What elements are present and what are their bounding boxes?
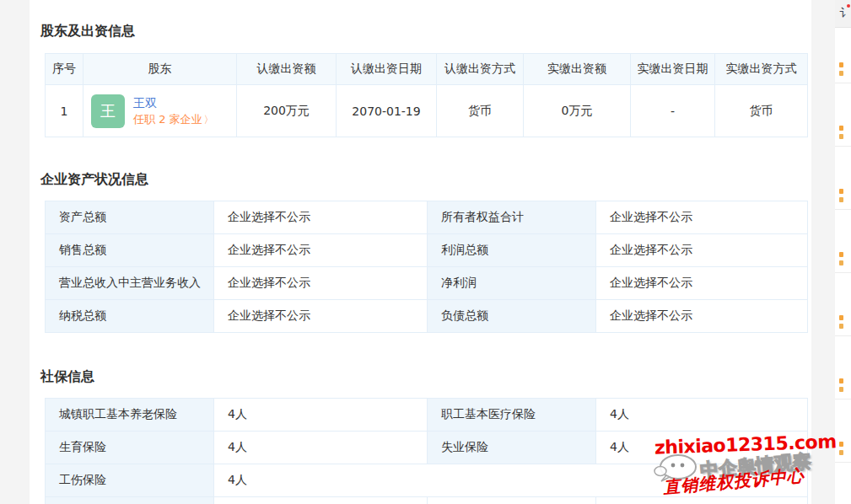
- asset-label: 资产总额: [46, 201, 214, 234]
- shareholder-name-link[interactable]: 王双: [133, 94, 214, 111]
- assets-table: 资产总额 企业选择不公示 所有者权益合计 企业选择不公示 销售总额 企业选择不公…: [45, 201, 808, 333]
- header-cell-shareholder: 股东: [83, 54, 237, 85]
- asset-value: 企业选择不公示: [596, 234, 808, 267]
- header-cell-paid-method: 实缴出资方式: [715, 54, 808, 85]
- asset-value: 企业选择不公示: [214, 201, 428, 234]
- social-row: 城镇职工基本养老保险 4人 职工基本医疗保险 4人: [46, 399, 808, 432]
- shareholder-avatar[interactable]: 王: [91, 94, 125, 128]
- rail-nav-item-icon[interactable]: [839, 62, 846, 76]
- asset-value: 企业选择不公示: [596, 267, 808, 300]
- asset-label: 利润总额: [428, 234, 596, 267]
- asset-value: 企业选择不公示: [596, 201, 808, 234]
- rail-divider: [835, 209, 851, 210]
- shareholder-jobs-link[interactable]: 任职 2 家企业〉: [133, 111, 214, 128]
- paid-method-cell: 货币: [715, 85, 808, 137]
- rail-divider: [835, 462, 851, 463]
- header-cell-paid-date: 实缴出资日期: [631, 54, 715, 85]
- asset-label: 销售总额: [46, 234, 214, 267]
- rail-top-partial-label: 讠: [839, 6, 851, 19]
- social-value: 4人: [596, 432, 808, 464]
- page: 股东及出资信息 序号 股东 认缴出资额 认缴出资日期 认缴出资方式 实缴出资额 …: [0, 0, 851, 504]
- shareholder-jobs-label[interactable]: 任职 2 家企业: [133, 113, 202, 126]
- social-value: 4人: [596, 399, 808, 432]
- social-label: 职工基本医疗保险: [428, 399, 596, 432]
- shareholder-cell: 王 王双 任职 2 家企业〉: [83, 94, 236, 128]
- shareholder-row: 1 王 王双 任职 2 家企业〉 200万元 2070-01-19 货币 0万元…: [46, 85, 808, 137]
- header-cell-subscribed-method: 认缴出资方式: [437, 54, 524, 85]
- social-label: 生育保险: [46, 432, 214, 464]
- social-value: 4人: [214, 432, 428, 464]
- header-cell-paid-amount: 实缴出资额: [524, 54, 631, 85]
- shareholder-table: 序号 股东 认缴出资额 认缴出资日期 认缴出资方式 实缴出资额 实缴出资日期 实…: [45, 53, 808, 137]
- header-cell-no: 序号: [46, 54, 83, 85]
- chevron-right-icon: 〉: [204, 114, 214, 126]
- rail-nav-item-icon[interactable]: [839, 378, 846, 392]
- table-row-partial: [46, 497, 808, 504]
- social-row: 工伤保险 4人: [46, 464, 808, 497]
- asset-label: 负债总额: [428, 300, 596, 333]
- rail-divider: [835, 146, 851, 147]
- rail-nav-item-icon[interactable]: [839, 189, 846, 202]
- social-row: 生育保险 4人 失业保险 4人: [46, 432, 808, 464]
- assets-row: 纳税总额 企业选择不公示 负债总额 企业选择不公示: [46, 300, 808, 333]
- subscribed-amount-cell: 200万元: [237, 85, 337, 137]
- asset-label: 营业总收入中主营业务收入: [46, 267, 214, 300]
- subscribed-method-cell: 货币: [437, 85, 524, 137]
- content-card: 股东及出资信息 序号 股东 认缴出资额 认缴出资日期 认缴出资方式 实缴出资额 …: [30, 0, 811, 504]
- social-table: 城镇职工基本养老保险 4人 职工基本医疗保险 4人 生育保险 4人 失业保险 4…: [45, 398, 808, 504]
- asset-label: 纳税总额: [46, 300, 214, 333]
- section-title-shareholder: 股东及出资信息: [40, 23, 135, 40]
- rail-top-button[interactable]: 讠: [835, 0, 851, 28]
- assets-row: 营业总收入中主营业务收入 企业选择不公示 净利润 企业选择不公示: [46, 267, 808, 300]
- asset-label: 所有者权益合计: [428, 201, 596, 234]
- social-value: [596, 497, 808, 504]
- paid-date-cell: -: [631, 85, 715, 137]
- asset-value: 企业选择不公示: [214, 300, 428, 333]
- social-value: [428, 497, 596, 504]
- rail-nav-item-icon[interactable]: [839, 126, 846, 139]
- right-rail: 讠: [835, 0, 851, 504]
- section-title-social: 社保信息: [40, 368, 94, 386]
- paid-amount-cell: 0万元: [524, 85, 631, 137]
- social-label: 城镇职工基本养老保险: [46, 399, 214, 432]
- shareholder-text-block: 王双 任职 2 家企业〉: [133, 94, 214, 128]
- rail-nav-item-icon[interactable]: [839, 442, 846, 455]
- asset-value: 企业选择不公示: [214, 234, 428, 267]
- rail-divider: [835, 399, 851, 399]
- rail-nav-item-icon[interactable]: [839, 315, 846, 329]
- subscribed-date-cell: 2070-01-19: [337, 85, 437, 137]
- social-label: 失业保险: [428, 432, 596, 464]
- asset-value: 企业选择不公示: [596, 300, 808, 333]
- assets-row: 销售总额 企业选择不公示 利润总额 企业选择不公示: [46, 234, 808, 267]
- social-value: 4人: [214, 464, 808, 497]
- asset-label: 净利润: [428, 267, 596, 300]
- header-cell-subscribed-date: 认缴出资日期: [337, 54, 437, 85]
- rail-divider: [835, 83, 851, 83]
- social-label: [46, 497, 214, 504]
- rail-nav-item-icon[interactable]: [839, 252, 846, 265]
- social-label: 工伤保险: [46, 464, 214, 497]
- notification-dot-icon: [847, 4, 850, 8]
- section-title-assets: 企业资产状况信息: [40, 171, 148, 189]
- row-index: 1: [46, 85, 83, 137]
- assets-row: 资产总额 企业选择不公示 所有者权益合计 企业选择不公示: [46, 201, 808, 234]
- asset-value: 企业选择不公示: [214, 267, 428, 300]
- social-value: [214, 497, 428, 504]
- rail-divider: [835, 272, 851, 273]
- shareholder-header-row: 序号 股东 认缴出资额 认缴出资日期 认缴出资方式 实缴出资额 实缴出资日期 实…: [46, 54, 808, 85]
- rail-divider: [835, 335, 851, 336]
- header-cell-subscribed-amount: 认缴出资额: [237, 54, 337, 85]
- social-value: 4人: [214, 399, 428, 432]
